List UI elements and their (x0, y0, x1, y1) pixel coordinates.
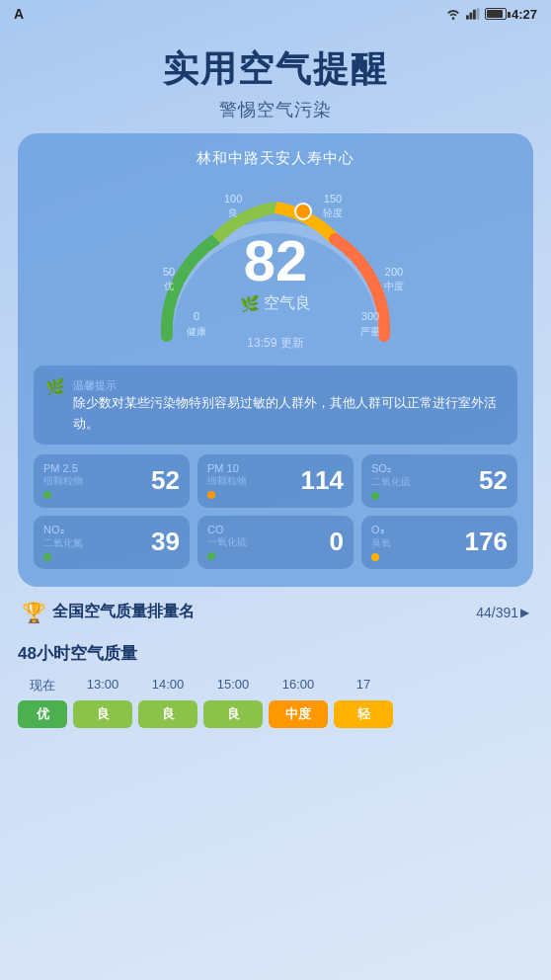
svg-rect-3 (476, 8, 479, 19)
aqi-label: 🌿 空气良 (240, 293, 311, 314)
ranking-value-area: 44/391 ▶ (476, 605, 529, 620)
pollutant-co: CO 一氧化硫 0 (197, 516, 354, 569)
scale-300: 300严重 (360, 309, 380, 338)
pm25-name: PM 2.5 (43, 462, 83, 474)
no2-value: 39 (151, 527, 180, 557)
so2-name: SO₂ (371, 462, 411, 475)
time-display: 4:27 (512, 7, 537, 22)
pollutant-no2: NO₂ 二氧化氮 39 (34, 516, 190, 569)
pm10-unit: 细颗粒物 (207, 474, 247, 488)
pm25-value: 52 (151, 465, 180, 496)
o3-unit: 臭氧 (371, 536, 391, 550)
tip-text: 除少数对某些污染物特别容易过敏的人群外，其他人群可以正常进行室外活动。 (73, 393, 506, 435)
pollutant-grid: PM 2.5 细颗粒物 52 PM 10 细颗粒物 114 SO₂ 二氧化硫 5… (34, 454, 517, 569)
no2-dot (43, 553, 51, 561)
chevron-right-icon: ▶ (520, 606, 529, 619)
svg-point-4 (295, 204, 311, 219)
gauge-center: 82 🌿 空气良 (240, 232, 311, 314)
quality-section: 48小时空气质量 现在 13:00 14:00 15:00 16:00 17 优… (0, 632, 551, 728)
quality-title: 48小时空气质量 (18, 642, 533, 665)
co-value: 0 (330, 527, 344, 557)
gauge-time: 13:59 更新 (247, 335, 303, 352)
battery-icon (485, 8, 507, 20)
status-bar: A 4:27 (0, 0, 551, 28)
scale-200: 200中度 (384, 265, 404, 293)
wifi-icon (445, 8, 461, 20)
svg-rect-1 (469, 13, 472, 20)
o3-name: O₃ (371, 524, 391, 536)
time-label-2: 14:00 (138, 677, 197, 694)
o3-value: 176 (465, 527, 508, 557)
badge-4: 中度 (269, 700, 328, 728)
scale-0: 0健康 (187, 309, 206, 338)
time-label-0: 现在 (18, 677, 67, 694)
co-dot (207, 552, 215, 560)
no2-name: NO₂ (43, 524, 83, 536)
app-subtitle: 警惕空气污染 (0, 98, 551, 122)
timeline-labels: 现在 13:00 14:00 15:00 16:00 17 (18, 677, 533, 694)
ranking-row[interactable]: 🏆 全国空气质量排量名 44/391 ▶ (0, 587, 551, 632)
pollutant-pm25: PM 2.5 细颗粒物 52 (34, 454, 190, 508)
ranking-value: 44/391 (476, 605, 518, 620)
co-unit: 一氧化硫 (207, 535, 247, 549)
app-title: 实用空气提醒 (0, 45, 551, 94)
timeline-badges: 优 良 良 良 中度 轻 (18, 700, 533, 728)
time-label-5: 17 (334, 677, 393, 694)
o3-dot (371, 553, 379, 561)
time-label-3: 15:00 (203, 677, 263, 694)
pollutant-pm10: PM 10 细颗粒物 114 (197, 454, 354, 508)
pm10-dot (207, 491, 215, 499)
time-label-1: 13:00 (73, 677, 132, 694)
pm10-name: PM 10 (207, 462, 247, 474)
tip-label: 温馨提示 (73, 379, 117, 391)
quality-timeline: 现在 13:00 14:00 15:00 16:00 17 优 良 良 良 中度… (18, 677, 533, 728)
station-name: 林和中路天安人寿中心 (34, 149, 517, 168)
badge-5: 轻 (334, 700, 393, 728)
scale-150: 150轻度 (323, 192, 343, 220)
signal-icon (466, 8, 480, 20)
pm25-dot (43, 491, 51, 499)
so2-dot (371, 492, 379, 500)
tip-box: 🌿 温馨提示 除少数对某些污染物特别容易过敏的人群外，其他人群可以正常进行室外活… (34, 366, 517, 445)
so2-unit: 二氧化硫 (371, 475, 411, 489)
aqi-value: 82 (240, 232, 311, 289)
header: 实用空气提醒 警惕空气污染 (0, 28, 551, 133)
trophy-icon: 🏆 (22, 601, 46, 624)
main-card: 林和中路天安人寿中心 0健康 50优 100良 150轻度 200中度 300严… (18, 133, 533, 587)
app-indicator: A (14, 6, 24, 22)
scale-50: 50优 (163, 265, 175, 293)
ranking-label-area: 🏆 全国空气质量排量名 (22, 601, 195, 624)
pollutant-so2: SO₂ 二氧化硫 52 (361, 454, 517, 508)
leaf-icon: 🌿 (240, 294, 260, 313)
tip-leaf-icon: 🌿 (45, 377, 65, 396)
pm10-value: 114 (301, 465, 344, 496)
so2-value: 52 (479, 465, 508, 496)
pollutant-o3: O₃ 臭氧 176 (361, 516, 517, 569)
co-name: CO (207, 524, 247, 535)
badge-1: 良 (73, 700, 132, 728)
status-right: 4:27 (445, 7, 537, 22)
svg-rect-0 (466, 15, 469, 19)
time-label-4: 16:00 (269, 677, 328, 694)
scale-100: 100良 (224, 192, 242, 220)
ranking-label: 全国空气质量排量名 (52, 602, 195, 622)
badge-0: 优 (18, 700, 67, 728)
svg-rect-2 (473, 10, 476, 20)
no2-unit: 二氧化氮 (43, 536, 83, 550)
pm25-unit: 细颗粒物 (43, 474, 83, 488)
gauge-container: 0健康 50优 100良 150轻度 200中度 300严重 82 🌿 空气良 (137, 178, 414, 356)
badge-2: 良 (138, 700, 197, 728)
badge-3: 良 (203, 700, 263, 728)
